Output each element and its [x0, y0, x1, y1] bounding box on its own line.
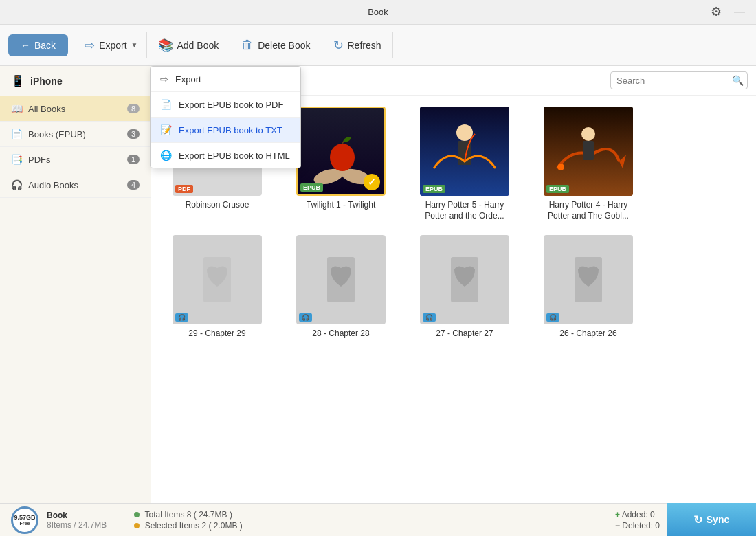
book-cover-inner-ch28: 🎧 — [296, 235, 386, 324]
sync-button[interactable]: ↻ Sync — [667, 503, 756, 536]
minimize-button[interactable]: — — [734, 5, 745, 18]
export-arrow-icon: ▼ — [131, 41, 138, 49]
book-title-hp4: Harry Potter 4 - Harry Potter and The Go… — [540, 200, 636, 221]
book-item-ch28[interactable]: 🎧 28 - Chapter 28 — [286, 235, 396, 339]
book-title-hp5: Harry Potter 5 - Harry Potter and the Or… — [416, 200, 513, 221]
dropdown-item-label: Export — [175, 74, 201, 85]
book-item-ch26[interactable]: 🎧 26 - Chapter 26 — [533, 235, 643, 339]
sidebar-item-label: Books (EPUB) — [28, 129, 86, 139]
settings-button[interactable]: ⚙ — [711, 4, 722, 19]
badge-audio-ch29: 🎧 — [175, 313, 188, 322]
sidebar-item-label: All Books — [28, 104, 65, 114]
status-items: Total Items 8 ( 24.7MB ) Selected Items … — [134, 510, 242, 531]
badge-audio-ch28: 🎧 — [299, 313, 312, 322]
book-cover-inner-ch27: 🎧 — [420, 235, 509, 324]
delete-book-button[interactable]: 🗑 Delete Book — [230, 32, 322, 58]
book-item-ch29[interactable]: 🎧 29 - Chapter 29 — [162, 235, 272, 339]
badge-epub-hp5: EPUB — [423, 185, 445, 193]
export-html-icon: 🌐 — [160, 150, 172, 161]
export-pdf-icon: 📄 — [160, 99, 172, 110]
add-book-button[interactable]: 📚 Add Book — [147, 32, 231, 58]
badge-audio-ch26: 🎧 — [546, 313, 559, 322]
book-cover-inner-twilight: EPUB ✓ — [296, 107, 386, 196]
minus-icon: − — [615, 521, 620, 531]
sidebar-item-label: PDFs — [28, 155, 51, 165]
audio-count: 4 — [127, 180, 140, 190]
book-item-twilight[interactable]: EPUB ✓ Twilight 1 - Twilight — [286, 107, 396, 221]
add-book-icon: 📚 — [158, 38, 173, 53]
storage-gb: 9.57GB — [14, 514, 35, 521]
dropdown-item-export-html[interactable]: 🌐 Export EPUB book to HTML — [151, 143, 300, 168]
sidebar-item-pdfs[interactable]: 📑 PDFs 1 — [0, 147, 151, 172]
refresh-button[interactable]: ↻ Refresh — [322, 32, 393, 58]
storage-label: Book 8Items / 24.7MB — [47, 511, 107, 530]
badge-epub-twilight: EPUB — [300, 183, 323, 192]
book-cover-ch28: 🎧 — [296, 235, 386, 324]
badge-epub-hp4: EPUB — [546, 185, 569, 193]
epub-icon: 📄 — [11, 129, 23, 139]
sidebar-item-audio-books[interactable]: 🎧 Audio Books 4 — [0, 172, 151, 198]
check-twilight: ✓ — [364, 174, 380, 190]
dropdown-item-label: Export EPUB book to PDF — [179, 100, 283, 110]
book-cover-inner-ch26: 🎧 — [544, 235, 633, 324]
book-title-robinson: Robinson Crusoe — [186, 200, 249, 211]
total-dot — [134, 512, 140, 517]
statusbar: 9.57GB Free Book 8Items / 24.7MB Total I… — [0, 503, 756, 536]
selected-dot — [134, 523, 140, 528]
sidebar-item-all-books[interactable]: 📖 All Books 8 — [0, 96, 151, 122]
main-layout: 📱 iPhone 📖 All Books 8 📄 Books (EPUB) 3 … — [0, 66, 756, 503]
epub-count: 3 — [127, 129, 140, 139]
add-book-label: Add Book — [177, 40, 219, 51]
svg-point-15 — [581, 127, 595, 141]
device-name: Book — [47, 511, 107, 520]
back-button[interactable]: ← Back — [8, 34, 68, 56]
book-item-ch27[interactable]: 🎧 27 - Chapter 27 — [410, 235, 520, 339]
book-cover-inner-ch29: 🎧 — [173, 235, 262, 324]
added-status: + Added: 0 — [615, 510, 660, 520]
deleted-status: − Deleted: 0 — [615, 521, 660, 531]
storage-free: Free — [20, 521, 30, 526]
refresh-icon: ↻ — [333, 38, 344, 53]
toolbar: ← Back ⇨ Export ▼ 📚 Add Book 🗑 Delete Bo… — [0, 25, 756, 66]
book-cover-hp5: EPUB — [420, 107, 509, 196]
book-cover-ch29: 🎧 — [173, 235, 262, 324]
delete-book-icon: 🗑 — [241, 38, 254, 52]
status-right: + Added: 0 − Deleted: 0 — [615, 510, 660, 531]
book-cover-ch27: 🎧 — [420, 235, 509, 324]
search-icon: 🔍 — [732, 75, 744, 86]
book-cover-inner-hp4: EPUB — [544, 107, 633, 196]
sidebar-item-label: Audio Books — [28, 180, 78, 190]
dropdown-item-export[interactable]: ⇨ Export — [151, 67, 300, 92]
book-item-hp4[interactable]: EPUB Harry Potter 4 - Harry Potter and T… — [533, 107, 643, 221]
sync-icon: ↻ — [693, 513, 702, 526]
pdf-count: 1 — [127, 155, 140, 164]
dropdown-item-label: Export EPUB book to HTML — [179, 150, 290, 161]
sync-label: Sync — [707, 514, 729, 525]
back-label: Back — [34, 40, 56, 51]
book-item-hp5[interactable]: EPUB Harry Potter 5 - Harry Potter and t… — [410, 107, 520, 221]
export-txt-icon: 📝 — [160, 124, 172, 135]
app-title: Book — [368, 7, 388, 17]
device-header: 📱 iPhone — [0, 66, 151, 96]
dropdown-item-export-pdf[interactable]: 📄 Export EPUB book to PDF — [151, 92, 300, 118]
export-button[interactable]: ⇨ Export ▼ — [76, 32, 146, 58]
search-box[interactable]: 🔍 — [610, 71, 748, 89]
book-title-ch28: 28 - Chapter 28 — [312, 328, 369, 339]
all-books-count: 8 — [127, 104, 140, 113]
delete-book-label: Delete Book — [258, 40, 310, 51]
sidebar-item-books-epub[interactable]: 📄 Books (EPUB) 3 — [0, 122, 151, 147]
export-dropdown: ⇨ Export 📄 Export EPUB book to PDF 📝 Exp… — [150, 66, 301, 168]
dropdown-item-label: Export EPUB book to TXT — [179, 125, 282, 135]
search-input[interactable] — [616, 76, 732, 86]
all-books-icon: 📖 — [11, 103, 23, 114]
svg-point-7 — [330, 144, 355, 171]
total-items: Total Items 8 ( 24.7MB ) — [134, 510, 242, 520]
device-label: iPhone — [30, 76, 63, 87]
pdf-icon: 📑 — [11, 154, 23, 165]
audio-icon: 🎧 — [11, 179, 23, 190]
storage-info: 9.57GB Free Book 8Items / 24.7MB — [11, 506, 107, 534]
book-cover-inner-hp5: EPUB — [420, 107, 509, 196]
svg-rect-16 — [583, 141, 594, 160]
dropdown-item-export-txt[interactable]: 📝 Export EPUB book to TXT — [151, 118, 300, 143]
export-icon: ⇨ — [85, 38, 95, 53]
